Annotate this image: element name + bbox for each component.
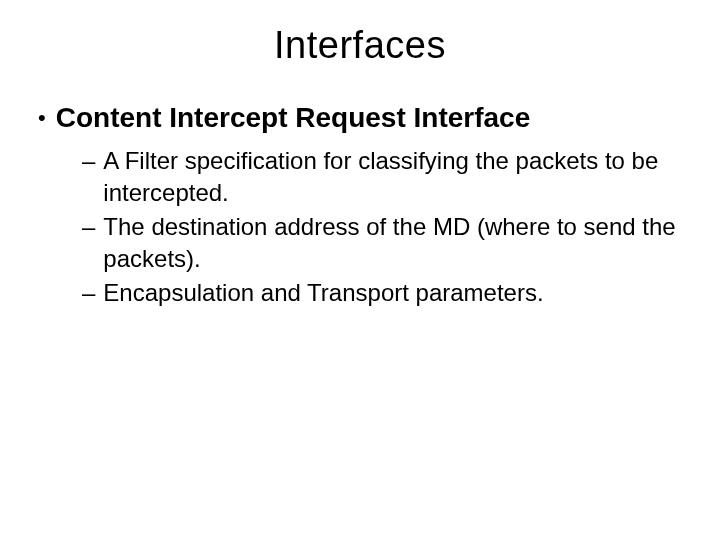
bullet-level-2: – A Filter specification for classifying…	[82, 145, 682, 209]
slide-container: Interfaces • Content Intercept Request I…	[0, 0, 720, 540]
bullet-dash-icon: –	[82, 211, 95, 243]
slide-title: Interfaces	[0, 24, 720, 67]
sub-bullet-list: – A Filter specification for classifying…	[38, 145, 682, 309]
bullet-dash-icon: –	[82, 145, 95, 177]
bullet-l2-text: A Filter specification for classifying t…	[103, 145, 682, 209]
bullet-l2-text: The destination address of the MD (where…	[103, 211, 682, 275]
bullet-l2-text: Encapsulation and Transport parameters.	[103, 277, 543, 309]
slide-content: • Content Intercept Request Interface – …	[0, 101, 720, 309]
bullet-level-1: • Content Intercept Request Interface	[38, 101, 682, 135]
bullet-dot-icon: •	[38, 101, 46, 135]
bullet-dash-icon: –	[82, 277, 95, 309]
bullet-level-2: – Encapsulation and Transport parameters…	[82, 277, 682, 309]
bullet-l1-text: Content Intercept Request Interface	[56, 101, 531, 135]
bullet-level-2: – The destination address of the MD (whe…	[82, 211, 682, 275]
